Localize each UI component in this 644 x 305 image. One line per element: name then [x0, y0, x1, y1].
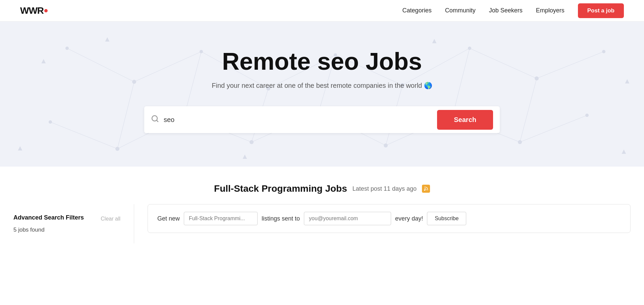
hero-title: Remote seo Jobs	[7, 48, 637, 75]
jobs-found: 5 jobs found	[13, 227, 120, 233]
clear-all-link[interactable]: Clear all	[101, 216, 120, 222]
nav: Categories Community Job Seekers Employe…	[402, 3, 624, 18]
nav-job-seekers[interactable]: Job Seekers	[489, 7, 523, 14]
jobs-heading-row: Full-Stack Programming Jobs Latest post …	[0, 183, 644, 194]
content-section: Full-Stack Programming Jobs Latest post …	[0, 167, 644, 243]
jobs-heading: Full-Stack Programming Jobs	[214, 183, 347, 194]
sidebar: Advanced Search Filters Clear all 5 jobs…	[0, 204, 134, 243]
email-subscribe-input[interactable]	[304, 212, 391, 225]
search-icon	[151, 115, 159, 125]
two-col-layout: Advanced Search Filters Clear all 5 jobs…	[0, 204, 644, 243]
subscribe-bar: Get new listings sent to every day! Subs…	[148, 204, 631, 233]
post-job-button[interactable]: Post a job	[578, 3, 624, 18]
job-type-input[interactable]	[184, 212, 258, 225]
every-day-label: every day!	[395, 215, 423, 222]
logo-dot	[44, 9, 48, 12]
search-input[interactable]	[164, 116, 437, 124]
hero-content: Remote seo Jobs Find your next career at…	[7, 48, 637, 133]
header: WWR Categories Community Job Seekers Emp…	[0, 0, 644, 21]
subscribe-button[interactable]: Subscribe	[427, 212, 466, 225]
logo-text: WWR	[20, 5, 44, 16]
nav-employers[interactable]: Employers	[536, 7, 565, 14]
search-bar: Search	[144, 106, 500, 133]
hero-subtitle: Find your next career at one of the best…	[7, 81, 637, 89]
svg-text:▲: ▲	[431, 37, 438, 45]
svg-point-39	[518, 140, 522, 144]
svg-text:▲: ▲	[16, 144, 24, 152]
svg-line-49	[157, 120, 158, 122]
hero-section: ▲ ▲ ▲ ▲ ▲ ▲ ▲ Remote seo Jobs Find your …	[0, 21, 644, 167]
svg-point-35	[250, 140, 254, 144]
sidebar-top-row: Advanced Search Filters Clear all	[13, 214, 120, 223]
logo[interactable]: WWR	[20, 5, 48, 16]
listings-sent-to-label: listings sent to	[262, 215, 300, 222]
svg-text:▲: ▲	[241, 152, 249, 161]
svg-point-33	[115, 147, 119, 151]
svg-point-50	[424, 189, 425, 191]
latest-post-label: Latest post 11 days ago	[353, 185, 417, 192]
get-new-label: Get new	[157, 215, 180, 222]
sidebar-title: Advanced Search Filters	[13, 214, 84, 221]
main-content: Get new listings sent to every day! Subs…	[134, 204, 644, 243]
search-button[interactable]: Search	[437, 110, 493, 130]
svg-text:▲: ▲	[104, 35, 111, 43]
nav-community[interactable]: Community	[445, 7, 476, 14]
svg-point-37	[384, 143, 388, 147]
svg-text:▲: ▲	[620, 147, 628, 156]
nav-categories[interactable]: Categories	[402, 7, 432, 14]
rss-icon	[422, 185, 430, 193]
